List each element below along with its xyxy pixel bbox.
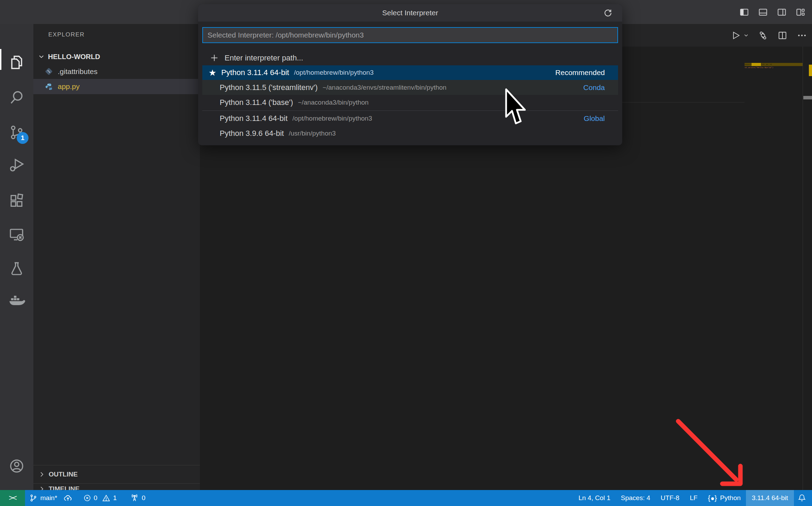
brackets-icon: {} <box>708 494 717 502</box>
file-name: .gitattributes <box>58 67 97 76</box>
indentation-item[interactable]: Spaces: 4 <box>616 490 656 506</box>
overview-ruler-find-marker <box>809 65 812 76</box>
git-branch-item[interactable]: main* <box>29 490 73 506</box>
outline-label: OUTLINE <box>49 471 78 478</box>
remote-indicator[interactable]: >< <box>0 490 25 506</box>
overview-ruler-cursor-marker <box>803 96 812 99</box>
python-interpreter-item[interactable]: 3.11.4 64-bit <box>746 490 794 506</box>
project-root-row[interactable]: HELLO-WORLD <box>33 49 200 64</box>
dialog-title: Select Interpreter <box>198 4 622 22</box>
minimap-line-2: st.write("Hello World") <box>745 67 803 69</box>
explorer-icon[interactable] <box>0 50 33 75</box>
star-icon: ★ <box>209 68 216 78</box>
explorer-title: EXPLORER <box>48 31 85 38</box>
remote-explorer-icon[interactable] <box>0 222 33 247</box>
run-python-file-icon[interactable] <box>731 31 749 40</box>
language-mode-item[interactable]: {} Python <box>703 490 746 506</box>
chevron-down-icon <box>38 53 45 60</box>
file-row-app-py[interactable]: app.py <box>33 79 200 94</box>
testing-icon[interactable] <box>0 256 33 281</box>
notifications-bell-icon[interactable] <box>794 490 812 506</box>
cursor-position-item[interactable]: Ln 4, Col 1 <box>573 490 616 506</box>
vscode-window: 1 EXPLORER HELLO-WORLD .gitattributes <box>0 0 812 506</box>
warning-icon <box>102 494 111 503</box>
accounts-icon[interactable] <box>0 454 33 479</box>
explorer-sidebar: EXPLORER HELLO-WORLD .gitattributes <box>33 24 200 490</box>
interpreter-item-global[interactable]: Python 3.11.4 64-bit /opt/homebrew/bin/p… <box>202 111 618 126</box>
run-debug-icon[interactable] <box>0 153 33 178</box>
select-interpreter-dialog: Select Interpreter Selected Interpreter:… <box>198 4 622 145</box>
split-editor-icon[interactable] <box>777 30 788 41</box>
file-row-gitattributes[interactable]: .gitattributes <box>33 64 200 79</box>
search-icon[interactable] <box>0 85 33 110</box>
git-file-icon <box>45 67 53 75</box>
interpreter-item-recommended[interactable]: ★ Python 3.11.4 64-bit /opt/homebrew/bin… <box>202 65 618 80</box>
scm-changes-badge: 1 <box>17 132 29 144</box>
interpreter-item-system[interactable]: Python 3.9.6 64-bit /usr/bin/python3 <box>202 126 618 141</box>
encoding-item[interactable]: UTF-8 <box>656 490 685 506</box>
current-line-highlight <box>622 102 745 103</box>
toggle-sidebar-icon[interactable] <box>739 7 749 17</box>
problems-item[interactable]: 0 1 <box>83 490 117 506</box>
eol-item[interactable]: LF <box>684 490 703 506</box>
status-bar: >< main* 0 1 <box>0 490 812 506</box>
source-control-icon[interactable] <box>0 120 33 145</box>
enter-interpreter-path-item[interactable]: Enter interpreter path... <box>202 50 618 65</box>
chevron-right-icon <box>38 471 45 478</box>
extensions-icon[interactable] <box>0 188 33 213</box>
radio-tower-icon <box>130 493 139 503</box>
timeline-section-header[interactable]: TIMELINE <box>33 484 200 490</box>
activity-bar: 1 <box>0 24 33 490</box>
conda-tag: Conda <box>583 83 605 92</box>
ports-item[interactable]: 0 <box>130 490 146 506</box>
minimap-find-highlight <box>752 63 761 66</box>
docker-icon[interactable] <box>0 288 33 313</box>
toggle-panel-icon[interactable] <box>758 7 768 17</box>
plus-icon <box>210 53 219 63</box>
outline-section-header[interactable]: OUTLINE <box>33 465 200 483</box>
customize-layout-icon[interactable] <box>795 7 806 17</box>
publish-cloud-icon <box>63 493 73 503</box>
interpreter-input[interactable]: Selected Interpreter: /opt/homebrew/bin/… <box>202 27 618 43</box>
global-tag: Global <box>584 114 605 123</box>
interpreter-item-base[interactable]: Python 3.11.4 ('base') ~/anaconda3/bin/p… <box>202 95 618 110</box>
file-name: app.py <box>58 82 80 91</box>
minimap[interactable]: import streamlit as st st.write("Hello W… <box>745 63 803 69</box>
more-actions-icon[interactable] <box>797 30 807 41</box>
open-changes-icon[interactable] <box>758 30 768 41</box>
recommended-tag: Recommended <box>555 68 605 77</box>
project-name: HELLO-WORLD <box>48 53 100 61</box>
minimap-separator <box>803 47 803 490</box>
refresh-icon[interactable] <box>603 8 613 18</box>
interpreter-item-streamlitenv[interactable]: Python 3.11.5 ('streamlitenv') ~/anacond… <box>202 80 618 95</box>
minimap-line-1: import streamlit as st <box>745 63 803 66</box>
python-file-icon <box>45 83 53 91</box>
list-separator <box>202 111 618 111</box>
toggle-secondary-sidebar-icon[interactable] <box>777 7 787 17</box>
error-icon <box>83 494 91 502</box>
